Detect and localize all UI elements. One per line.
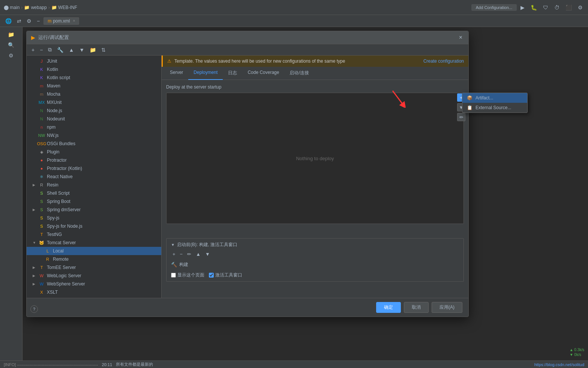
item-label-npm: npm	[47, 125, 56, 130]
tab-server[interactable]: Server	[165, 67, 188, 80]
dialog-title-bar: ▶ 运行/调试配置 ×	[27, 31, 468, 44]
list-item-nodejs[interactable]: NNode.js	[27, 107, 161, 115]
item-icon-protractor: ●	[39, 157, 45, 163]
list-item-tomcat-local[interactable]: LLocal	[27, 247, 161, 255]
cancel-button[interactable]: 取消	[404, 302, 429, 313]
list-item-xslt[interactable]: XXSLT	[27, 288, 161, 296]
copy-config-btn[interactable]: ⧉	[46, 46, 54, 54]
list-item-spy-js[interactable]: SSpy-js	[27, 214, 161, 222]
list-item-mxunit[interactable]: MXMXUnit	[27, 98, 161, 107]
expand-arrow-tomcat[interactable]: ▼	[33, 241, 36, 245]
list-item-nodeunit[interactable]: NNodeunit	[27, 115, 161, 123]
item-label-spring-boot: Spring Boot	[47, 199, 70, 204]
sort-btn[interactable]: ⇅	[99, 46, 108, 54]
deploy-area: Deploy at the server startup Nothing to …	[162, 80, 468, 298]
sidebar-icon-1[interactable]: 📁	[6, 31, 16, 38]
list-item-nw[interactable]: NWNW.js	[27, 131, 161, 140]
item-label-protractor-kotlin: Protractor (Kotlin)	[47, 166, 82, 171]
bl-add-btn[interactable]: +	[171, 251, 177, 257]
expand-arrow-websphere[interactable]: ▶	[33, 282, 36, 286]
globe-icon[interactable]: 🌐	[4, 17, 13, 25]
list-item-mocha[interactable]: mMocha	[27, 90, 161, 98]
bl-down-btn[interactable]: ▼	[204, 251, 212, 257]
pom-xml-tab[interactable]: m pom.xml ×	[44, 17, 79, 25]
list-item-resin[interactable]: ▶RResin	[27, 181, 161, 189]
down-btn[interactable]: ▼	[77, 46, 86, 54]
stop-icon[interactable]: ⬛	[564, 4, 573, 11]
list-item-spring-boot[interactable]: SSpring Boot	[27, 197, 161, 206]
dropdown-external-item[interactable]: 📋 External Source...	[462, 103, 527, 113]
show-page-checkbox-label: 显示这个页面	[171, 272, 204, 278]
list-item-plugin[interactable]: ◈Plugin	[27, 148, 161, 156]
tab-deployment[interactable]: Deployment	[188, 67, 223, 80]
list-item-protractor[interactable]: ●Protractor	[27, 156, 161, 164]
bl-remove-btn[interactable]: −	[178, 251, 184, 257]
before-launch-expand[interactable]: ▼	[171, 243, 175, 247]
list-item-maven[interactable]: mMaven	[27, 82, 161, 90]
minimize-icon[interactable]: −	[35, 17, 41, 25]
expand-arrow-tomee[interactable]: ▶	[33, 266, 36, 269]
ok-button[interactable]: 确定	[376, 302, 401, 313]
list-item-kotlin-script[interactable]: KKotlin script	[27, 74, 161, 82]
remove-config-btn[interactable]: −	[38, 46, 45, 54]
list-item-npm[interactable]: nnpm	[27, 123, 161, 131]
bl-up-btn[interactable]: ▲	[194, 251, 202, 257]
list-item-osgi[interactable]: OSGOSGi Bundles	[27, 140, 161, 148]
item-label-tomcat: Tomcat Server	[47, 240, 76, 245]
add-configuration-button[interactable]: Add Configuration...	[471, 4, 517, 11]
run-icon[interactable]: ▶	[519, 4, 526, 11]
settings-icon[interactable]: ⚙	[576, 4, 584, 11]
status-bar: [INFO] ---------------------------------…	[0, 360, 588, 368]
profile-icon[interactable]: ⏱	[553, 4, 561, 11]
dialog-title-icon: ▶	[31, 35, 35, 41]
help-button[interactable]: ?	[30, 305, 38, 313]
edit-deploy-btn[interactable]: ✏	[457, 113, 465, 121]
expand-arrow-resin[interactable]: ▶	[33, 183, 36, 187]
coverage-icon[interactable]: 🛡	[542, 4, 550, 11]
arrows-icon[interactable]: ⇄	[15, 17, 23, 25]
dialog-close-button[interactable]: ×	[458, 34, 464, 41]
list-item-shell-script[interactable]: SShell Script	[27, 189, 161, 197]
wrench-btn[interactable]: 🔧	[55, 46, 65, 54]
item-icon-spy-js: S	[39, 215, 45, 221]
list-item-testng[interactable]: TTestNG	[27, 230, 161, 239]
list-item-tomee[interactable]: ▶TTomEE Server	[27, 263, 161, 272]
apply-button[interactable]: 应用(A)	[432, 302, 462, 313]
list-item-junit[interactable]: JJUnit	[27, 57, 161, 65]
list-item-websphere[interactable]: ▶WWebSphere Server	[27, 280, 161, 288]
debug-icon[interactable]: 🐛	[529, 4, 538, 11]
list-item-protractor-kotlin[interactable]: ●Protractor (Kotlin)	[27, 164, 161, 173]
status-url: https://blog.csdn.net/solitud	[534, 362, 584, 367]
up-btn[interactable]: ▲	[67, 46, 76, 54]
activate-window-checkbox[interactable]	[209, 273, 214, 278]
tab-启动/连接[interactable]: 启动/连接	[284, 67, 314, 80]
create-configuration-link[interactable]: Create configuration	[423, 59, 464, 64]
folder-btn[interactable]: 📁	[88, 46, 98, 54]
list-item-weblogic[interactable]: ▶WWebLogic Server	[27, 272, 161, 280]
list-item-spy-js-node[interactable]: SSpy-js for Node.js	[27, 222, 161, 230]
list-item-tomcat-remote[interactable]: RRemote	[27, 255, 161, 263]
tab-codecoverage[interactable]: Code Coverage	[242, 67, 284, 80]
list-item-spring-dm[interactable]: ▶SSpring dmServer	[27, 206, 161, 214]
tab-file-icon: m	[48, 18, 51, 24]
tab-close-icon[interactable]: ×	[73, 19, 75, 23]
expand-arrow-weblogic[interactable]: ▶	[33, 274, 36, 278]
breadcrumb-main: ⬤ main	[4, 5, 20, 10]
bl-edit-btn[interactable]: ✏	[186, 251, 193, 257]
list-item-kotlin[interactable]: KKotlin	[27, 65, 161, 74]
list-item-tomcat[interactable]: ▼🐱Tomcat Server	[27, 239, 161, 247]
item-label-kotlin-script: Kotlin script	[47, 75, 70, 80]
item-icon-junit: J	[39, 58, 45, 64]
tab-日志[interactable]: 日志	[223, 67, 242, 80]
item-icon-plugin: ◈	[39, 149, 45, 155]
sidebar-icon-2[interactable]: 🔍	[6, 41, 16, 49]
dropdown-artifact-item[interactable]: 📦 Artifact...	[462, 93, 527, 103]
traffic-down: ▼ 0k/s	[570, 353, 584, 357]
list-item-react-native[interactable]: ⚛React Native	[27, 173, 161, 181]
show-page-checkbox[interactable]	[171, 273, 176, 278]
sidebar-icon-3[interactable]: ⚙	[7, 52, 15, 59]
expand-arrow-spring-dm[interactable]: ▶	[33, 208, 36, 212]
run-debug-dialog: ▶ 运行/调试配置 × + − ⧉ 🔧 ▲ ▼ 📁 ⇅ JJUnitKK	[26, 31, 469, 317]
settings2-icon[interactable]: ⚙	[25, 17, 33, 25]
add-config-btn[interactable]: +	[30, 46, 36, 54]
